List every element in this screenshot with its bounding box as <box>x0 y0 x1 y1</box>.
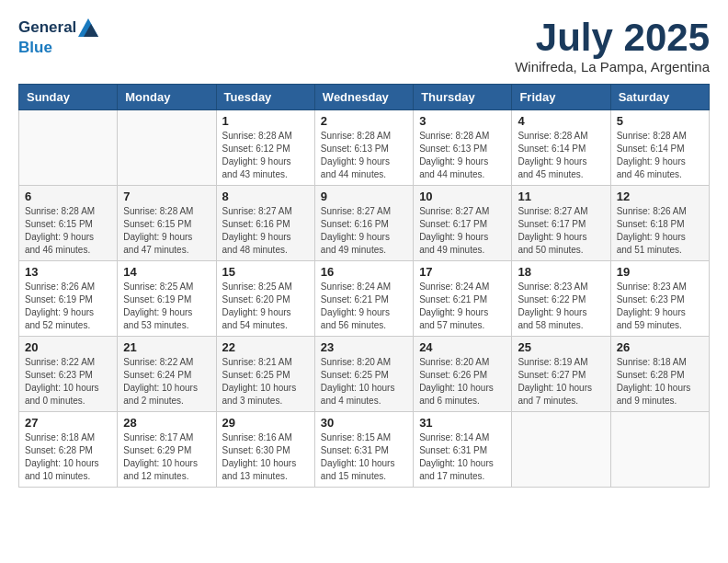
col-wednesday: Wednesday <box>314 85 413 110</box>
calendar-cell: 8Sunrise: 8:27 AMSunset: 6:16 PMDaylight… <box>216 186 314 261</box>
day-info: Sunrise: 8:26 AMSunset: 6:19 PMDaylight:… <box>25 281 111 332</box>
day-number: 23 <box>321 340 407 354</box>
day-info: Sunrise: 8:23 AMSunset: 6:22 PMDaylight:… <box>518 281 604 332</box>
day-number: 28 <box>123 416 210 430</box>
day-number: 30 <box>321 416 407 430</box>
day-info: Sunrise: 8:28 AMSunset: 6:13 PMDaylight:… <box>321 130 407 181</box>
day-number: 15 <box>222 265 309 279</box>
day-number: 22 <box>222 340 309 354</box>
day-number: 8 <box>222 190 309 203</box>
day-number: 4 <box>518 114 604 128</box>
day-number: 7 <box>123 190 210 203</box>
day-info: Sunrise: 8:19 AMSunset: 6:27 PMDaylight:… <box>518 356 604 408</box>
day-number: 25 <box>518 340 604 354</box>
week-row-3: 13Sunrise: 8:26 AMSunset: 6:19 PMDayligh… <box>19 261 710 337</box>
logo: General Blue <box>18 18 98 57</box>
calendar-cell <box>610 412 709 488</box>
col-friday: Friday <box>512 85 610 110</box>
calendar-cell: 14Sunrise: 8:25 AMSunset: 6:19 PMDayligh… <box>118 261 216 337</box>
calendar-cell: 4Sunrise: 8:28 AMSunset: 6:14 PMDaylight… <box>512 110 610 186</box>
calendar-cell: 22Sunrise: 8:21 AMSunset: 6:25 PMDayligh… <box>216 337 314 412</box>
col-sunday: Sunday <box>19 85 118 110</box>
day-number: 10 <box>419 190 506 203</box>
day-info: Sunrise: 8:27 AMSunset: 6:16 PMDaylight:… <box>321 205 407 257</box>
col-saturday: Saturday <box>610 85 709 110</box>
title-area: July 2025 Winifreda, La Pampa, Argentina <box>515 18 710 75</box>
calendar-cell: 21Sunrise: 8:22 AMSunset: 6:24 PMDayligh… <box>118 337 216 412</box>
calendar-cell <box>19 110 118 186</box>
day-info: Sunrise: 8:16 AMSunset: 6:30 PMDaylight:… <box>222 431 309 483</box>
day-info: Sunrise: 8:23 AMSunset: 6:23 PMDaylight:… <box>617 281 703 332</box>
calendar-cell: 12Sunrise: 8:26 AMSunset: 6:18 PMDayligh… <box>610 186 709 261</box>
calendar-cell: 20Sunrise: 8:22 AMSunset: 6:23 PMDayligh… <box>19 337 118 412</box>
calendar-cell: 30Sunrise: 8:15 AMSunset: 6:31 PMDayligh… <box>314 412 413 488</box>
day-number: 12 <box>617 190 703 203</box>
calendar-cell: 10Sunrise: 8:27 AMSunset: 6:17 PMDayligh… <box>414 186 512 261</box>
col-tuesday: Tuesday <box>216 85 314 110</box>
page-header: General Blue July 2025 Winifreda, La Pam… <box>18 18 710 75</box>
logo-text: General <box>18 18 98 39</box>
day-number: 20 <box>25 340 111 354</box>
day-info: Sunrise: 8:20 AMSunset: 6:25 PMDaylight:… <box>321 356 407 408</box>
calendar-cell: 6Sunrise: 8:28 AMSunset: 6:15 PMDaylight… <box>19 186 118 261</box>
day-info: Sunrise: 8:25 AMSunset: 6:19 PMDaylight:… <box>123 281 210 332</box>
calendar-cell: 29Sunrise: 8:16 AMSunset: 6:30 PMDayligh… <box>216 412 314 488</box>
logo-blue: Blue <box>18 39 98 57</box>
day-number: 29 <box>222 416 309 430</box>
day-number: 16 <box>321 265 407 279</box>
day-number: 21 <box>123 340 210 354</box>
day-number: 18 <box>518 265 604 279</box>
day-info: Sunrise: 8:25 AMSunset: 6:20 PMDaylight:… <box>222 281 309 332</box>
calendar-cell: 28Sunrise: 8:17 AMSunset: 6:29 PMDayligh… <box>118 412 216 488</box>
day-number: 1 <box>222 114 309 128</box>
day-number: 5 <box>617 114 703 128</box>
day-number: 14 <box>123 265 210 279</box>
day-number: 31 <box>419 416 506 430</box>
day-number: 6 <box>25 190 111 203</box>
day-info: Sunrise: 8:28 AMSunset: 6:15 PMDaylight:… <box>123 205 210 257</box>
day-info: Sunrise: 8:28 AMSunset: 6:12 PMDaylight:… <box>222 130 309 181</box>
week-row-4: 20Sunrise: 8:22 AMSunset: 6:23 PMDayligh… <box>19 337 710 412</box>
day-number: 13 <box>25 265 111 279</box>
day-info: Sunrise: 8:21 AMSunset: 6:25 PMDaylight:… <box>222 356 309 408</box>
day-info: Sunrise: 8:18 AMSunset: 6:28 PMDaylight:… <box>617 356 703 408</box>
calendar-cell: 7Sunrise: 8:28 AMSunset: 6:15 PMDaylight… <box>118 186 216 261</box>
day-info: Sunrise: 8:28 AMSunset: 6:14 PMDaylight:… <box>518 130 604 181</box>
day-number: 17 <box>419 265 506 279</box>
calendar-table: Sunday Monday Tuesday Wednesday Thursday… <box>18 84 710 488</box>
day-info: Sunrise: 8:22 AMSunset: 6:23 PMDaylight:… <box>25 356 111 408</box>
day-info: Sunrise: 8:22 AMSunset: 6:24 PMDaylight:… <box>123 356 210 408</box>
day-info: Sunrise: 8:28 AMSunset: 6:14 PMDaylight:… <box>617 130 703 181</box>
col-monday: Monday <box>118 85 216 110</box>
day-info: Sunrise: 8:27 AMSunset: 6:17 PMDaylight:… <box>518 205 604 257</box>
location: Winifreda, La Pampa, Argentina <box>515 59 710 75</box>
day-info: Sunrise: 8:24 AMSunset: 6:21 PMDaylight:… <box>321 281 407 332</box>
calendar-cell: 19Sunrise: 8:23 AMSunset: 6:23 PMDayligh… <box>610 261 709 337</box>
calendar-header-row: Sunday Monday Tuesday Wednesday Thursday… <box>19 85 710 110</box>
calendar-cell: 17Sunrise: 8:24 AMSunset: 6:21 PMDayligh… <box>414 261 512 337</box>
calendar-cell: 5Sunrise: 8:28 AMSunset: 6:14 PMDaylight… <box>610 110 709 186</box>
day-info: Sunrise: 8:17 AMSunset: 6:29 PMDaylight:… <box>123 431 210 483</box>
day-number: 2 <box>321 114 407 128</box>
day-info: Sunrise: 8:20 AMSunset: 6:26 PMDaylight:… <box>419 356 506 408</box>
calendar-cell: 9Sunrise: 8:27 AMSunset: 6:16 PMDaylight… <box>314 186 413 261</box>
day-info: Sunrise: 8:28 AMSunset: 6:15 PMDaylight:… <box>25 205 111 257</box>
calendar-cell: 18Sunrise: 8:23 AMSunset: 6:22 PMDayligh… <box>512 261 610 337</box>
day-number: 26 <box>617 340 703 354</box>
day-number: 9 <box>321 190 407 203</box>
day-info: Sunrise: 8:18 AMSunset: 6:28 PMDaylight:… <box>25 431 111 483</box>
day-info: Sunrise: 8:15 AMSunset: 6:31 PMDaylight:… <box>321 431 407 483</box>
day-info: Sunrise: 8:14 AMSunset: 6:31 PMDaylight:… <box>419 431 506 483</box>
logo-icon <box>78 18 98 37</box>
calendar-cell: 15Sunrise: 8:25 AMSunset: 6:20 PMDayligh… <box>216 261 314 337</box>
week-row-5: 27Sunrise: 8:18 AMSunset: 6:28 PMDayligh… <box>19 412 710 488</box>
calendar-cell <box>118 110 216 186</box>
day-number: 27 <box>25 416 111 430</box>
col-thursday: Thursday <box>414 85 512 110</box>
calendar-cell: 3Sunrise: 8:28 AMSunset: 6:13 PMDaylight… <box>414 110 512 186</box>
day-number: 19 <box>617 265 703 279</box>
day-info: Sunrise: 8:27 AMSunset: 6:17 PMDaylight:… <box>419 205 506 257</box>
calendar-cell: 13Sunrise: 8:26 AMSunset: 6:19 PMDayligh… <box>19 261 118 337</box>
calendar-cell: 26Sunrise: 8:18 AMSunset: 6:28 PMDayligh… <box>610 337 709 412</box>
day-info: Sunrise: 8:26 AMSunset: 6:18 PMDaylight:… <box>617 205 703 257</box>
